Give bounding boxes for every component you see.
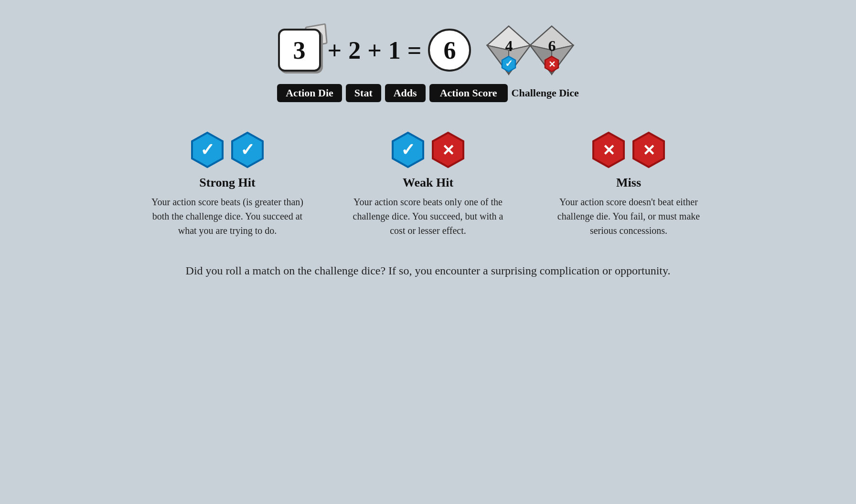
plus-operator-1: + — [328, 36, 342, 64]
strong-hit-title: Strong Hit — [199, 176, 255, 190]
strong-hit-die-2: ✓ — [228, 131, 267, 169]
formula-section: 3 + 2 + 1 = 6 4 — [277, 24, 579, 102]
miss-title: Miss — [616, 176, 641, 190]
equals-sign: = — [407, 36, 422, 64]
stat-label: Stat — [346, 84, 381, 102]
svg-text:✓: ✓ — [200, 140, 214, 159]
svg-text:✕: ✕ — [548, 60, 556, 69]
miss-dice: ✕ ✕ — [589, 131, 668, 169]
svg-text:✓: ✓ — [240, 140, 255, 159]
action-die: 3 — [278, 29, 321, 72]
adds-value: 1 — [388, 36, 401, 64]
weak-hit-die-1: ✓ — [389, 131, 427, 169]
action-score-value: 6 — [443, 36, 456, 64]
action-score-label: Action Score — [429, 84, 508, 102]
plus-operator-2: + — [367, 36, 382, 64]
adds-label: Adds — [385, 84, 426, 102]
miss-die-2: ✕ — [630, 131, 668, 169]
stat-value: 2 — [348, 36, 361, 64]
svg-text:✕: ✕ — [442, 142, 455, 159]
action-die-label: Action Die — [277, 84, 342, 102]
challenge-die-1-badge: ✓ — [500, 55, 517, 74]
outcomes-section: ✓ ✓ Strong Hit Your action score beats (… — [146, 131, 710, 238]
miss-desc: Your action score doesn't beat either ch… — [547, 195, 710, 238]
outcome-miss: ✕ ✕ Miss Your action score doesn't beat … — [547, 131, 710, 238]
match-section: Did you roll a match on the challenge di… — [186, 262, 671, 280]
formula-top: 3 + 2 + 1 = 6 4 — [278, 24, 578, 76]
outcome-strong-hit: ✓ ✓ Strong Hit Your action score beats (… — [146, 131, 309, 238]
svg-text:✓: ✓ — [505, 58, 513, 69]
action-score-circle: 6 — [428, 29, 471, 72]
outcome-weak-hit: ✓ ✕ Weak Hit Your action score beats onl… — [347, 131, 509, 238]
weak-hit-desc: Your action score beats only one of the … — [347, 195, 509, 238]
svg-text:✓: ✓ — [401, 140, 415, 159]
svg-text:✕: ✕ — [602, 142, 615, 159]
match-text: Did you roll a match on the challenge di… — [186, 264, 671, 277]
strong-hit-dice: ✓ ✓ — [188, 131, 267, 169]
weak-hit-title: Weak Hit — [403, 176, 453, 190]
weak-hit-dice: ✓ ✕ — [389, 131, 467, 169]
weak-hit-die-2: ✕ — [429, 131, 467, 169]
strong-hit-desc: Your action score beats (is greater than… — [146, 195, 309, 238]
action-die-value: 3 — [293, 36, 306, 64]
challenge-die-2-badge: ✕ — [543, 55, 560, 74]
challenge-die-2-value: 6 — [548, 37, 556, 55]
miss-die-1: ✕ — [589, 131, 628, 169]
strong-hit-die-1: ✓ — [188, 131, 226, 169]
challenge-dice-container: 4 ✓ 6 — [482, 24, 578, 76]
labels-row: Action Die Stat Adds Action Score Challe… — [277, 84, 579, 102]
svg-text:✕: ✕ — [642, 142, 655, 159]
challenge-dice-label: Challenge Dice — [512, 87, 579, 99]
challenge-die-1-value: 4 — [505, 37, 513, 55]
challenge-die-1: 4 ✓ — [482, 24, 535, 76]
